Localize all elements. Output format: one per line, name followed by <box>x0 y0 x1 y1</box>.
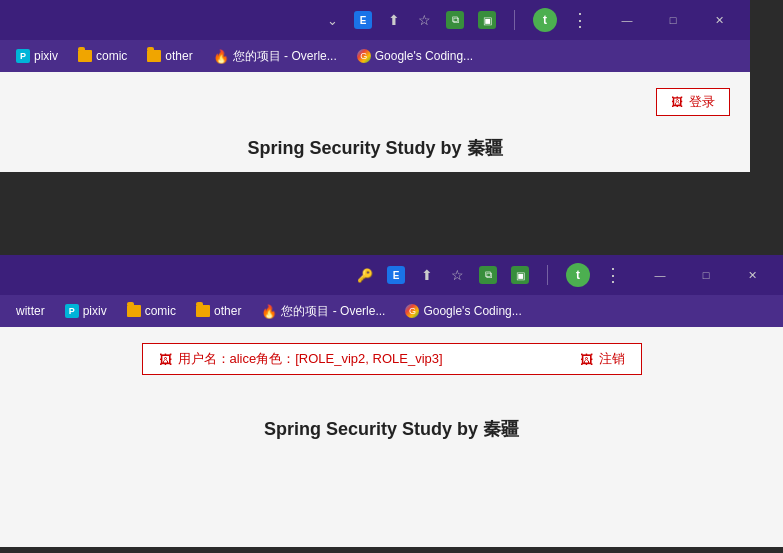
bookmark-pixiv-bottom-label: pixiv <box>83 304 107 318</box>
minimize-btn-bottom[interactable]: — <box>637 259 683 291</box>
bookmark-google-bottom-label: Google's Coding... <box>423 304 521 318</box>
flame-icon-bottom: 🔥 <box>261 304 277 319</box>
user-info-icon: 🖼 <box>159 352 172 367</box>
bookmark-project-bottom-label: 您的项目 - Overle... <box>281 303 385 320</box>
bookmark-project-bottom[interactable]: 🔥 您的项目 - Overle... <box>253 301 393 322</box>
bookmark-google-label: Google's Coding... <box>375 49 473 63</box>
other-folder-icon-bottom <box>196 305 210 317</box>
bookmarks-bar-bottom: witter P pixiv comic other 🔥 您的项目 - Over… <box>0 295 783 327</box>
top-titlebar: ⌄ E ⬆ ☆ ⧉ ▣ t ⋮ — □ ✕ <box>0 0 750 40</box>
bookmark-google-bottom[interactable]: G Google's Coding... <box>397 302 529 320</box>
bookmark-other-bottom[interactable]: other <box>188 302 249 320</box>
translate-icon[interactable]: E <box>354 11 372 29</box>
bookmarks-bar-top: P pixiv comic other 🔥 您的项目 - Overle... G… <box>0 40 750 72</box>
close-btn-top[interactable]: ✕ <box>696 4 742 36</box>
bookmark-comic-label: comic <box>96 49 127 63</box>
puzzle-extension-icon[interactable]: ⧉ <box>446 11 464 29</box>
bookmark-pixiv-bottom[interactable]: P pixiv <box>57 302 115 320</box>
user-info-label: 用户名：alice角色：[ROLE_vip2, ROLE_vip3] <box>178 350 443 368</box>
star-icon-bottom[interactable]: ☆ <box>449 267 465 283</box>
chevron-down-icon[interactable]: ⌄ <box>324 12 340 28</box>
bottom-page-title: Spring Security Study by 秦疆 <box>20 417 763 441</box>
other-folder-icon <box>147 50 161 62</box>
avatar-bottom[interactable]: t <box>566 263 590 287</box>
separator-bottom <box>547 265 548 285</box>
bookmark-comic-bottom[interactable]: comic <box>119 302 184 320</box>
login-button[interactable]: 🖼 登录 <box>656 88 730 116</box>
flame-icon: 🔥 <box>213 49 229 64</box>
user-info-bar: 🖼 用户名：alice角色：[ROLE_vip2, ROLE_vip3] 🖼 注… <box>142 343 642 375</box>
user-info-text: 🖼 用户名：alice角色：[ROLE_vip2, ROLE_vip3] <box>159 350 443 368</box>
bookmark-project-label: 您的项目 - Overle... <box>233 48 337 65</box>
minimize-btn-top[interactable]: — <box>604 4 650 36</box>
pixiv-icon: P <box>16 49 30 63</box>
comic-folder-icon <box>78 50 92 62</box>
close-btn-bottom[interactable]: ✕ <box>729 259 775 291</box>
logout-icon: 🖼 <box>580 352 593 367</box>
logout-button[interactable]: 🖼 注销 <box>580 350 625 368</box>
bookmark-project[interactable]: 🔥 您的项目 - Overle... <box>205 46 345 67</box>
logout-label: 注销 <box>599 350 625 368</box>
comic-folder-icon-bottom <box>127 305 141 317</box>
maximize-btn-bottom[interactable]: □ <box>683 259 729 291</box>
google-icon-bottom: G <box>405 304 419 318</box>
page-content-bottom: 🖼 用户名：alice角色：[ROLE_vip2, ROLE_vip3] 🖼 注… <box>0 327 783 547</box>
key-icon[interactable]: 🔑 <box>357 267 373 283</box>
green-extension-icon[interactable]: ▣ <box>478 11 496 29</box>
top-page-title: Spring Security Study by 秦疆 <box>247 136 502 160</box>
top-page-title-area: Spring Security Study by 秦疆 <box>20 136 730 160</box>
bookmark-twitter[interactable]: witter <box>8 302 53 320</box>
page-content-top: 🖼 登录 Spring Security Study by 秦疆 <box>0 72 750 172</box>
bookmark-comic[interactable]: comic <box>70 47 135 65</box>
bookmark-twitter-label: witter <box>16 304 45 318</box>
bookmark-other[interactable]: other <box>139 47 200 65</box>
bookmark-pixiv-label: pixiv <box>34 49 58 63</box>
bookmark-comic-bottom-label: comic <box>145 304 176 318</box>
share-icon-bottom[interactable]: ⬆ <box>419 267 435 283</box>
bottom-titlebar: 🔑 E ⬆ ☆ ⧉ ▣ t ⋮ — □ ✕ <box>0 255 783 295</box>
share-icon[interactable]: ⬆ <box>386 12 402 28</box>
bookmark-pixiv[interactable]: P pixiv <box>8 47 66 65</box>
menu-dots-top[interactable]: ⋮ <box>571 9 590 31</box>
separator <box>514 10 515 30</box>
login-bar: 🖼 登录 <box>20 88 730 116</box>
star-icon[interactable]: ☆ <box>416 12 432 28</box>
login-icon: 🖼 <box>671 95 683 109</box>
maximize-btn-top[interactable]: □ <box>650 4 696 36</box>
bookmark-other-bottom-label: other <box>214 304 241 318</box>
bottom-browser-window: 🔑 E ⬆ ☆ ⧉ ▣ t ⋮ — □ ✕ witter P pixiv com… <box>0 255 783 547</box>
top-browser-window: ⌄ E ⬆ ☆ ⧉ ▣ t ⋮ — □ ✕ P pixiv comic othe <box>0 0 750 172</box>
login-label: 登录 <box>689 93 715 111</box>
avatar-top[interactable]: t <box>533 8 557 32</box>
menu-dots-bottom[interactable]: ⋮ <box>604 264 623 286</box>
green-extension-icon-bottom[interactable]: ▣ <box>511 266 529 284</box>
bookmark-google[interactable]: G Google's Coding... <box>349 47 481 65</box>
translate-icon-bottom[interactable]: E <box>387 266 405 284</box>
google-icon: G <box>357 49 371 63</box>
bookmark-other-label: other <box>165 49 192 63</box>
pixiv-icon-bottom: P <box>65 304 79 318</box>
puzzle-extension-icon-bottom[interactable]: ⧉ <box>479 266 497 284</box>
